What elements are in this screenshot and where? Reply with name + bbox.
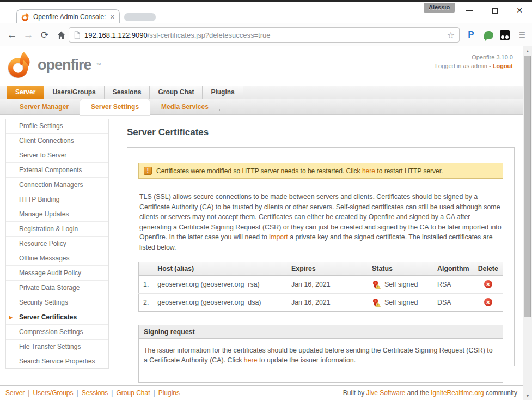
page-icon <box>74 31 81 39</box>
sidebar-item-profile-settings[interactable]: Profile Settings <box>6 119 108 134</box>
self-signed-cert-icon <box>372 298 381 307</box>
import-link[interactable]: import <box>269 233 288 241</box>
certificates-table: Host (alias) Expires Status Algorithm De… <box>138 262 503 312</box>
cert-algorithm: DSA <box>433 293 474 311</box>
footer-nav: Server|Users/Groups|Sessions|Group Chat|… <box>5 389 180 397</box>
openfire-logo[interactable]: openfire™ <box>7 51 101 79</box>
minimize-button[interactable] <box>461 4 478 16</box>
sidebar-item-connection-managers[interactable]: Connection Managers <box>6 178 108 192</box>
browser-menu-icon[interactable]: ≡ <box>515 23 529 46</box>
header-algorithm: Algorithm <box>433 262 474 275</box>
signing-request-text: The issuer information for the certifica… <box>139 339 503 382</box>
warning-text: Certificates were modified so HTTP serve… <box>156 167 443 175</box>
bookmark-star-icon[interactable]: ☆ <box>447 30 455 40</box>
restart-http-link[interactable]: here <box>362 167 375 175</box>
sidebar-item-server-to-server[interactable]: Server to Server <box>6 148 108 163</box>
url-text: 192.168.1.122:9090/ssl-certificates.jsp?… <box>84 31 443 39</box>
address-bar[interactable]: 192.168.1.122:9090/ssl-certificates.jsp?… <box>69 27 460 43</box>
cert-host: geoserver.org (geoserver.org_rsa) <box>153 275 287 293</box>
row-number: 2. <box>139 293 154 311</box>
sidebar-item-server-certificates[interactable]: ▶Server Certificates <box>6 310 108 325</box>
sidebar-item-file-transfer-settings[interactable]: File Transfer Settings <box>6 340 108 354</box>
subtab-server-settings[interactable]: Server Settings <box>80 99 150 115</box>
table-header-row: Host (alias) Expires Status Algorithm De… <box>139 262 503 275</box>
subtab-server-manager[interactable]: Server Manager <box>9 99 80 115</box>
footer-link-sessions[interactable]: Sessions <box>82 389 108 397</box>
extension-box-icon[interactable] <box>498 23 512 46</box>
green-bubble-icon <box>484 31 493 39</box>
active-item-arrow-icon: ▶ <box>9 314 13 322</box>
footer-link-server[interactable]: Server <box>5 389 25 397</box>
delete-cert-icon[interactable]: ✕ <box>484 280 492 288</box>
subtab-media-services[interactable]: Media Services <box>150 99 219 115</box>
forward-icon[interactable]: → <box>21 23 36 46</box>
new-tab-button[interactable] <box>124 13 156 21</box>
scroll-up-icon[interactable]: ▲ <box>523 46 532 55</box>
browser-titlebar: Openfire Admin Console: ✕ Alessio ✕ <box>0 2 532 23</box>
sidebar-item-private-data-storage[interactable]: Private Data Storage <box>6 281 108 295</box>
sub-nav: Server Manager Server Settings Media Ser… <box>0 99 523 115</box>
footer-link-users-groups[interactable]: Users/Groups <box>33 389 73 397</box>
home-icon[interactable] <box>53 23 69 46</box>
version-text: Openfire 3.10.0 <box>435 53 513 62</box>
row-number: 1. <box>139 275 154 293</box>
sidebar-item-http-binding[interactable]: HTTP Binding <box>6 192 108 207</box>
cert-status: Self signed <box>384 299 418 306</box>
header-status: Status <box>368 262 433 275</box>
openfire-favicon <box>21 13 30 21</box>
openfire-flame-icon <box>7 51 33 79</box>
scrollbar-thumb[interactable] <box>524 56 531 317</box>
extension-bubble-icon[interactable] <box>481 23 496 46</box>
update-issuer-link[interactable]: here <box>244 356 258 364</box>
main-nav: Server Users/Groups Sessions Group Chat … <box>0 86 523 99</box>
self-signed-cert-icon <box>372 280 381 289</box>
reload-icon[interactable]: ⟳ <box>37 23 52 46</box>
tab-sessions[interactable]: Sessions <box>105 86 150 99</box>
url-path: /ssl-certificates.jsp?deletesuccess=true <box>148 31 271 39</box>
vertical-scrollbar[interactable]: ▲ ▼ <box>523 46 532 400</box>
profile-badge[interactable]: Alessio <box>424 3 455 13</box>
header-num <box>139 262 154 275</box>
table-row: 1. geoserver.org (geoserver.org_rsa) Jan… <box>139 275 503 293</box>
header-delete: Delete <box>474 262 503 275</box>
sidebar-item-client-connections[interactable]: Client Connections <box>6 134 108 148</box>
sidebar-menu: Profile Settings Client Connections Serv… <box>5 119 109 369</box>
sidebar-item-compression-settings[interactable]: Compression Settings <box>6 325 108 340</box>
tab-close-icon[interactable]: ✕ <box>110 14 115 21</box>
cert-status: Self signed <box>384 281 418 288</box>
footer-link-plugins[interactable]: Plugins <box>158 389 180 397</box>
sidebar-item-manage-updates[interactable]: Manage Updates <box>6 207 108 222</box>
back-icon[interactable]: ← <box>4 23 20 46</box>
black-box-icon <box>500 30 510 40</box>
signing-request-section: Signing request The issuer information f… <box>138 325 503 383</box>
footer-credits: Built by Jive Software and the IgniteRea… <box>343 389 517 397</box>
sidebar-item-security-settings[interactable]: Security Settings <box>6 295 108 310</box>
tab-server[interactable]: Server <box>7 86 44 99</box>
sidebar-item-registration-login[interactable]: Registration & Login <box>6 222 108 237</box>
extension-p-icon[interactable]: P <box>464 23 478 46</box>
cert-host: geoserver.org (geoserver.org_dsa) <box>153 293 287 311</box>
footer-link-group-chat[interactable]: Group Chat <box>116 389 150 397</box>
tab-plugins[interactable]: Plugins <box>203 86 243 99</box>
table-row: 2. geoserver.org (geoserver.org_dsa) Jan… <box>139 293 503 311</box>
sidebar-item-external-components[interactable]: External Components <box>6 163 108 178</box>
page-title: Server Certificates <box>127 127 209 138</box>
cert-expires: Jan 16, 2021 <box>287 293 368 311</box>
igniterealtime-link[interactable]: IgniteRealtime.org <box>431 389 484 397</box>
jive-software-link[interactable]: Jive Software <box>366 389 406 397</box>
intro-paragraph: TLS (SSL) allows secure connections to b… <box>139 192 502 253</box>
login-status-text: Logged in as admin - <box>435 63 493 69</box>
sidebar-item-resource-policy[interactable]: Resource Policy <box>6 237 108 251</box>
logout-link[interactable]: Logout <box>493 63 513 69</box>
sidebar-item-offline-messages[interactable]: Offline Messages <box>6 251 108 266</box>
browser-tab[interactable]: Openfire Admin Console: ✕ <box>16 9 120 24</box>
scroll-down-icon[interactable]: ▼ <box>523 391 532 400</box>
warning-banner: ! Certificates were modified so HTTP ser… <box>138 163 503 179</box>
maximize-button[interactable] <box>486 4 503 16</box>
tab-users-groups[interactable]: Users/Groups <box>44 86 104 99</box>
close-button[interactable]: ✕ <box>511 4 528 16</box>
sidebar-item-search-service-properties[interactable]: Search Service Properties <box>6 354 108 368</box>
tab-group-chat[interactable]: Group Chat <box>150 86 203 99</box>
delete-cert-icon[interactable]: ✕ <box>484 298 492 306</box>
sidebar-item-message-audit-policy[interactable]: Message Audit Policy <box>6 266 108 281</box>
